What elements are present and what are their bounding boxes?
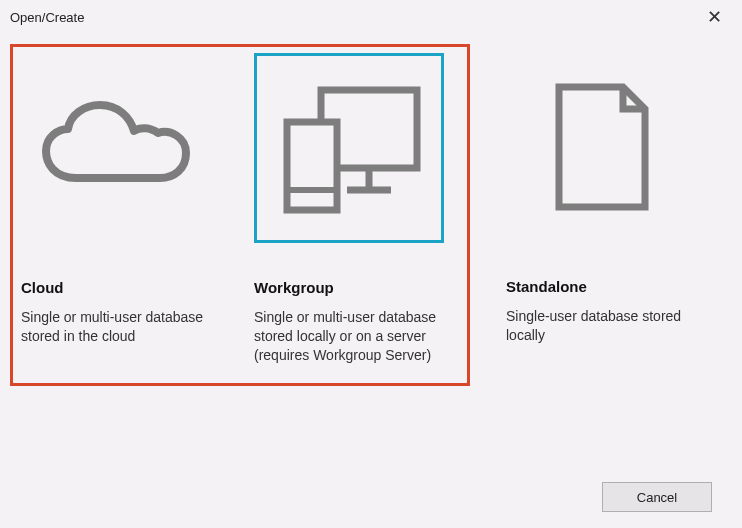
close-icon[interactable]: ✕ xyxy=(699,6,730,28)
document-icon xyxy=(541,77,661,217)
workgroup-title: Workgroup xyxy=(254,279,459,296)
option-workgroup[interactable]: Workgroup Single or multi-user database … xyxy=(254,53,459,365)
cloud-icon-box xyxy=(21,53,211,243)
standalone-description: Single-user database stored locally xyxy=(506,307,700,345)
options-container: Cloud Single or multi-user database stor… xyxy=(0,34,742,386)
dialog-titlebar: Open/Create ✕ xyxy=(0,0,742,34)
highlighted-group: Cloud Single or multi-user database stor… xyxy=(10,44,470,386)
option-standalone[interactable]: Standalone Single-user database stored l… xyxy=(498,44,708,386)
cloud-icon xyxy=(36,93,196,203)
workgroup-description: Single or multi-user database stored loc… xyxy=(254,308,459,365)
cloud-description: Single or multi-user database stored in … xyxy=(21,308,226,346)
standalone-title: Standalone xyxy=(506,278,700,295)
cloud-title: Cloud xyxy=(21,279,226,296)
dialog-footer: Cancel xyxy=(602,482,712,512)
option-cloud[interactable]: Cloud Single or multi-user database stor… xyxy=(21,53,226,365)
workgroup-icon-box xyxy=(254,53,444,243)
dialog-title: Open/Create xyxy=(10,10,84,25)
cancel-button[interactable]: Cancel xyxy=(602,482,712,512)
standalone-icon-box xyxy=(506,52,696,242)
workgroup-icon xyxy=(269,68,429,228)
svg-rect-3 xyxy=(287,122,337,210)
